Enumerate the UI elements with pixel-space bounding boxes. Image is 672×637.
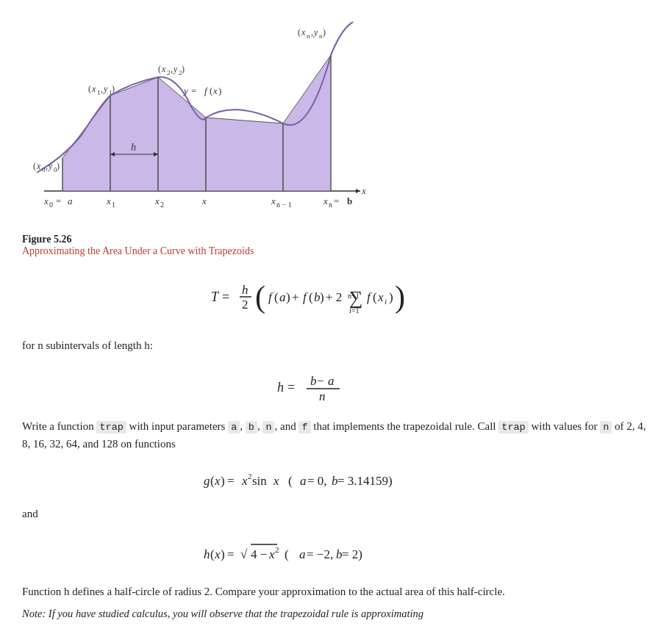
param-b: b: [246, 421, 257, 433]
svg-text:=: =: [287, 380, 295, 395]
svg-text:sin: sin: [252, 474, 267, 488]
svg-text:x: x: [36, 161, 41, 171]
formula-h-func-block: h ( x ) = √ 4 − x 2 ( a = −2, b = 2): [22, 535, 650, 572]
svg-marker-1: [356, 189, 360, 193]
svg-text:y: y: [48, 161, 53, 171]
svg-text:,: ,: [171, 64, 173, 74]
note-paragraph: Function h defines a half-circle of radi…: [22, 583, 650, 600]
svg-text:f: f: [268, 290, 274, 304]
formula-g-svg: g ( x ) = x 2 sin x ( a = 0, b = 3.14159…: [196, 464, 476, 494]
trap-code-1: trap: [96, 421, 126, 433]
svg-text:y: y: [182, 85, 188, 96]
svg-text:x: x: [214, 474, 221, 488]
svg-text:): ): [389, 290, 393, 304]
svg-text:+: +: [292, 290, 299, 304]
svg-text:x: x: [273, 474, 279, 488]
note-italic-text: Note: If you have studied calculus, you …: [22, 608, 423, 619]
svg-text:a: a: [68, 195, 73, 206]
svg-text:h: h: [204, 547, 210, 561]
svg-text:): ): [221, 474, 225, 488]
svg-text:f: f: [367, 290, 372, 304]
svg-marker-3: [110, 77, 158, 191]
note-italic: Note: If you have studied calculus, you …: [22, 608, 650, 620]
svg-text:y: y: [103, 84, 108, 94]
svg-text:= 0,: = 0,: [307, 474, 327, 488]
svg-text:∑: ∑: [349, 287, 363, 309]
svg-text:=: =: [222, 289, 229, 304]
svg-text:(: (: [158, 64, 161, 74]
formula-h-block: h = b − a n: [22, 366, 650, 406]
svg-text:x: x: [214, 547, 221, 561]
figure-title: Approximating the Area Under a Curve wit…: [22, 245, 254, 256]
svg-text:): ): [182, 64, 185, 74]
svg-text:(: (: [33, 161, 36, 171]
svg-text:x: x: [361, 185, 366, 196]
formula-h-func-svg: h ( x ) = √ 4 − x 2 ( a = −2, b = 2): [196, 535, 476, 572]
svg-text:x: x: [323, 195, 328, 206]
svg-text:x: x: [161, 64, 166, 74]
svg-text:x: x: [43, 195, 49, 206]
svg-text:,: ,: [46, 161, 48, 171]
svg-text:x: x: [91, 84, 96, 94]
svg-text:=: =: [191, 85, 196, 96]
svg-marker-4: [158, 77, 206, 191]
n-code: n: [600, 421, 612, 433]
svg-text:n: n: [319, 389, 326, 403]
svg-text:x: x: [271, 195, 276, 206]
svg-text:x: x: [201, 195, 207, 206]
formula-T: T = h 2 ( f ( a ) + f ( b ) + 2 n−1 ∑ i=…: [204, 270, 468, 325]
svg-text:=: =: [227, 547, 235, 561]
svg-text:): ): [57, 161, 60, 171]
svg-text:a: a: [299, 547, 306, 561]
svg-text:): ): [221, 547, 225, 561]
svg-text:2: 2: [242, 298, 249, 312]
svg-text:x: x: [377, 290, 384, 304]
svg-text:(: (: [285, 547, 289, 561]
subintervals-text: for n subintervals of length h:: [22, 337, 650, 354]
svg-text:+ 2: + 2: [326, 290, 342, 304]
svg-text:−: −: [317, 374, 324, 388]
svg-text:(: (: [298, 27, 301, 37]
svg-text:a: a: [328, 374, 335, 388]
svg-text:h: h: [131, 142, 136, 153]
svg-text:i: i: [385, 297, 387, 306]
svg-text:i=1: i=1: [349, 306, 359, 314]
svg-text:,: ,: [311, 27, 313, 37]
svg-text:(: (: [309, 290, 313, 304]
svg-text:x: x: [268, 547, 275, 561]
svg-text:x: x: [106, 195, 111, 206]
svg-text:(: (: [373, 290, 377, 304]
param-a: a: [228, 421, 240, 433]
svg-text:x: x: [241, 474, 248, 488]
svg-text:= 2): = 2): [342, 547, 362, 561]
svg-text:h: h: [277, 380, 284, 395]
trap-code-2: trap: [498, 421, 528, 433]
trap-description: Write a function trap with input paramet…: [22, 418, 650, 453]
svg-text:n − 1: n − 1: [276, 201, 292, 209]
formula-integral-svg: a b ∫ f ( x ) dx: [277, 632, 395, 637]
svg-text:0: 0: [49, 201, 53, 209]
and-text: and: [22, 505, 650, 522]
param-n: n: [262, 421, 274, 433]
svg-text:b: b: [347, 195, 352, 206]
svg-text:4 −: 4 −: [251, 547, 267, 561]
svg-text:b: b: [310, 374, 317, 388]
svg-text:n: n: [307, 32, 310, 40]
svg-text:√: √: [240, 547, 248, 561]
svg-marker-2: [62, 96, 110, 191]
trapezoid-figure: h x 0 = a x 1 x 2 x x n − 1 x n = b x ( …: [22, 15, 375, 228]
figure-label: Figure 5.26: [22, 234, 71, 245]
svg-text:1: 1: [97, 89, 101, 96]
formula-T-svg: T = h 2 ( f ( a ) + f ( b ) + 2 n−1 ∑ i=…: [204, 270, 468, 322]
svg-text:=: =: [227, 474, 235, 488]
svg-text:2: 2: [167, 69, 171, 76]
figure-caption: Figure 5.26 Approximating the Area Under…: [22, 234, 254, 257]
svg-text:g: g: [204, 474, 210, 488]
svg-marker-6: [283, 55, 331, 191]
svg-text:=: =: [56, 195, 61, 206]
formula-T-block: T = h 2 ( f ( a ) + f ( b ) + 2 n−1 ∑ i=…: [22, 270, 650, 325]
svg-text:T: T: [211, 289, 220, 304]
svg-text:): ): [112, 84, 115, 94]
svg-text:a: a: [279, 290, 286, 304]
svg-text:2: 2: [160, 201, 164, 209]
